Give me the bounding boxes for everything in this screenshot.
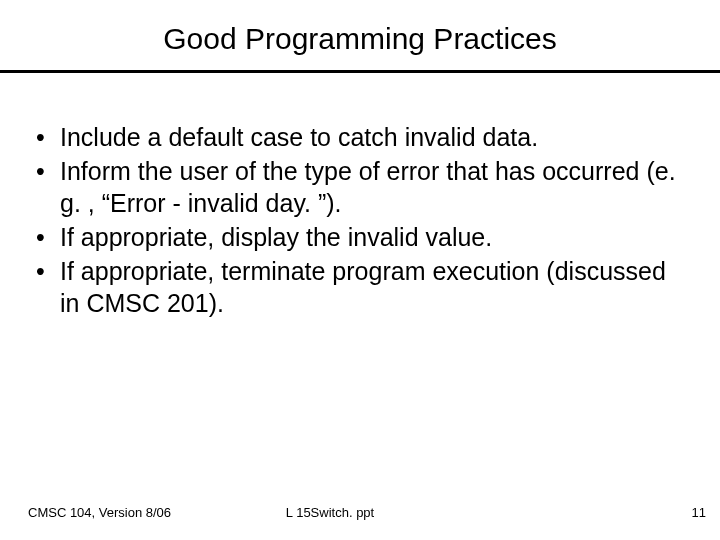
- bullet-item: If appropriate, terminate program execut…: [30, 255, 686, 319]
- bullet-item: Inform the user of the type of error tha…: [30, 155, 686, 219]
- footer-center: L 15Switch. ppt: [0, 505, 720, 520]
- bullet-item: If appropriate, display the invalid valu…: [30, 221, 686, 253]
- title-underline: [0, 70, 720, 73]
- slide: Good Programming Practices Include a def…: [0, 0, 720, 540]
- slide-title: Good Programming Practices: [28, 22, 692, 56]
- bullet-item: Include a default case to catch invalid …: [30, 121, 686, 153]
- slide-body: Include a default case to catch invalid …: [28, 121, 692, 319]
- bullet-list: Include a default case to catch invalid …: [30, 121, 686, 319]
- footer-page-number: 11: [692, 505, 706, 520]
